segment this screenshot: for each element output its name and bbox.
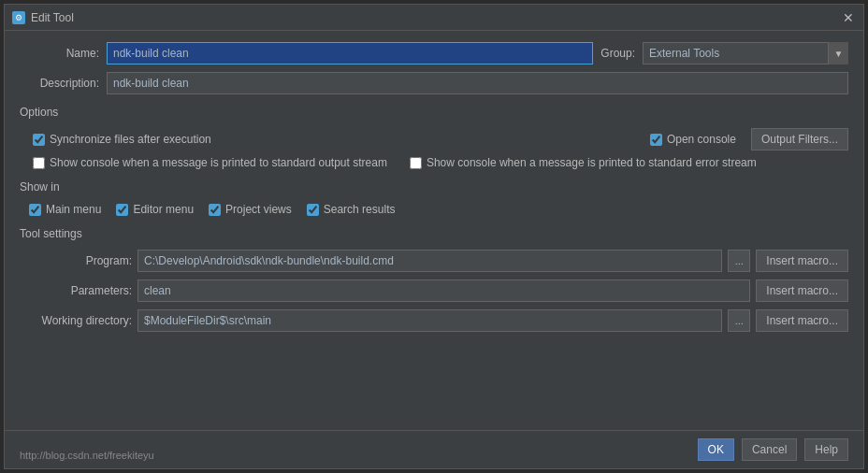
output-filters-button[interactable]: Output Filters... [751, 128, 848, 150]
project-views-label: Project views [225, 203, 292, 216]
title-bar: ⚙ Edit Tool ✕ [5, 5, 863, 31]
editor-menu-checkbox-item[interactable]: Editor menu [116, 203, 194, 216]
open-console-checkbox[interactable] [650, 134, 662, 146]
options-row-1: Synchronize files after execution Open c… [23, 128, 848, 150]
show-console-stdout-checkbox-item[interactable]: Show console when a message is printed t… [33, 156, 387, 169]
edit-tool-dialog: ⚙ Edit Tool ✕ Name: Group: External Tool… [4, 4, 864, 469]
options-row-2: Show console when a message is printed t… [23, 156, 848, 169]
show-console-stderr-checkbox[interactable] [410, 157, 422, 169]
program-insert-macro-button[interactable]: Insert macro... [756, 250, 848, 272]
sync-files-label: Synchronize files after execution [50, 133, 211, 146]
open-console-label: Open console [667, 133, 736, 146]
description-row: Description: [20, 72, 848, 94]
description-label: Description: [20, 77, 99, 90]
editor-menu-checkbox[interactable] [116, 204, 128, 216]
sync-files-checkbox-item[interactable]: Synchronize files after execution [33, 133, 211, 146]
working-dir-row: Working directory: ... Insert macro... [20, 309, 848, 332]
editor-menu-label: Editor menu [133, 203, 194, 216]
close-button[interactable]: ✕ [841, 10, 856, 25]
project-views-checkbox-item[interactable]: Project views [209, 203, 292, 216]
dialog-content: Name: Group: External Tools ▼ Descriptio… [5, 31, 863, 430]
search-results-checkbox-item[interactable]: Search results [307, 203, 396, 216]
dialog-title: Edit Tool [31, 11, 74, 24]
open-console-checkbox-item[interactable]: Open console [650, 133, 736, 146]
watermark: http://blog.csdn.net/freekiteyu [20, 450, 154, 461]
cancel-button[interactable]: Cancel [742, 438, 797, 461]
name-label: Name: [20, 47, 99, 60]
description-input[interactable] [107, 72, 848, 94]
program-dots-button[interactable]: ... [728, 250, 750, 272]
name-input-wrapper [107, 42, 593, 64]
show-console-stdout-label: Show console when a message is printed t… [50, 156, 387, 169]
name-group-wrapper: Group: External Tools ▼ [600, 42, 848, 64]
ok-button[interactable]: OK [698, 438, 734, 461]
show-in-row: Main menu Editor menu Project views Sear… [20, 203, 848, 216]
search-results-checkbox[interactable] [307, 204, 319, 216]
main-menu-checkbox-item[interactable]: Main menu [29, 203, 101, 216]
show-console-stderr-checkbox-item[interactable]: Show console when a message is printed t… [410, 156, 757, 169]
group-select[interactable]: External Tools [643, 42, 848, 64]
program-row: Program: ... Insert macro... [20, 250, 848, 272]
working-dir-dots-button[interactable]: ... [728, 309, 750, 332]
working-dir-insert-macro-button[interactable]: Insert macro... [756, 309, 848, 332]
parameters-input[interactable] [137, 280, 750, 302]
main-menu-checkbox[interactable] [29, 204, 41, 216]
show-console-stdout-checkbox[interactable] [33, 157, 45, 169]
sync-files-checkbox[interactable] [33, 134, 45, 146]
dialog-icon: ⚙ [12, 11, 25, 24]
show-in-section-label: Show in [20, 180, 848, 194]
parameters-insert-macro-button[interactable]: Insert macro... [756, 280, 848, 302]
tool-settings-section-label: Tool settings [20, 227, 848, 240]
group-label: Group: [600, 47, 635, 60]
parameters-label: Parameters: [20, 284, 132, 297]
main-menu-label: Main menu [46, 203, 101, 216]
show-console-stderr-label: Show console when a message is printed t… [427, 156, 757, 169]
program-input[interactable] [137, 250, 722, 272]
title-bar-left: ⚙ Edit Tool [12, 11, 74, 24]
project-views-checkbox[interactable] [209, 204, 221, 216]
program-label: Program: [20, 254, 132, 267]
name-row: Name: Group: External Tools ▼ [20, 42, 848, 64]
options-section-label: Options [20, 106, 848, 119]
group-select-wrapper: External Tools ▼ [643, 42, 848, 64]
name-input[interactable] [107, 42, 593, 64]
search-results-label: Search results [324, 203, 396, 216]
help-button[interactable]: Help [804, 438, 848, 461]
options-section: Synchronize files after execution Open c… [20, 128, 848, 169]
parameters-row: Parameters: Insert macro... [20, 280, 848, 302]
working-dir-label: Working directory: [20, 314, 132, 327]
dialog-footer: http://blog.csdn.net/freekiteyu OK Cance… [5, 430, 863, 468]
working-dir-input[interactable] [137, 309, 722, 332]
